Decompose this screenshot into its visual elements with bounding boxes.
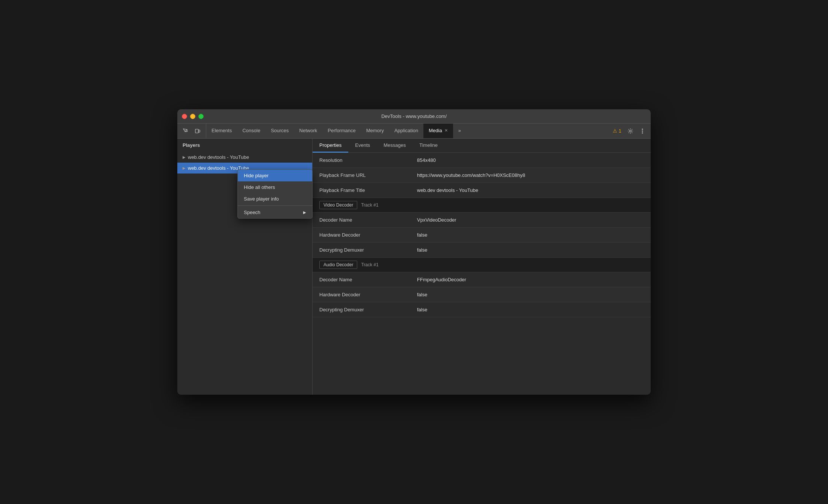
svg-point-5 xyxy=(642,132,643,133)
player-arrow-2: ▶ xyxy=(183,166,186,170)
panel-tab-events[interactable]: Events xyxy=(348,139,377,152)
warning-badge[interactable]: ⚠ 1 xyxy=(610,128,624,134)
warning-icon: ⚠ xyxy=(613,128,617,134)
prop-value-playback-url: https://www.youtube.com/watch?v=H0XScE08… xyxy=(417,172,644,178)
tab-media[interactable]: Media ✕ xyxy=(423,124,453,138)
prop-row-playback-url: Playback Frame URL https://www.youtube.c… xyxy=(313,168,651,183)
prop-key-audio-decoder-name: Decoder Name xyxy=(319,277,417,282)
prop-value-audio-decoder-name: FFmpegAudioDecoder xyxy=(417,277,644,282)
prop-value-playback-title: web.dev devtools - YouTube xyxy=(417,187,644,193)
tab-application[interactable]: Application xyxy=(389,124,424,138)
prop-value-audio-hardware: false xyxy=(417,292,644,297)
video-decoder-label: Video Decoder xyxy=(319,201,357,209)
title-bar: DevTools - www.youtube.com/ xyxy=(177,109,651,124)
svg-rect-0 xyxy=(195,129,198,133)
prop-key-video-hardware: Hardware Decoder xyxy=(319,232,417,238)
device-icon[interactable] xyxy=(192,126,203,136)
warning-count: 1 xyxy=(619,128,621,134)
more-options-icon[interactable] xyxy=(637,126,648,136)
prop-key-video-demuxer: Decrypting Demuxer xyxy=(319,247,417,253)
prop-value-video-hardware: false xyxy=(417,232,644,238)
svg-point-4 xyxy=(642,130,643,131)
sidebar-header: Players xyxy=(177,139,312,152)
prop-row-resolution: Resolution 854x480 xyxy=(313,153,651,168)
tab-network[interactable]: Network xyxy=(294,124,323,138)
tab-elements[interactable]: Elements xyxy=(206,124,237,138)
minimize-button[interactable] xyxy=(190,114,195,119)
tab-media-close[interactable]: ✕ xyxy=(444,128,448,133)
toolbar-left-icons xyxy=(177,124,206,138)
traffic-lights xyxy=(182,114,204,119)
settings-icon[interactable] xyxy=(625,126,636,136)
audio-decoder-label: Audio Decoder xyxy=(319,261,357,269)
video-decoder-header: Video Decoder Track #1 xyxy=(313,198,651,213)
toolbar: Elements Console Sources Network Perform… xyxy=(177,124,651,139)
audio-decoder-track: Track #1 xyxy=(361,262,378,267)
player-arrow-1: ▶ xyxy=(183,155,186,159)
sidebar: Players ▶ web.dev devtools - YouTube ▶ w… xyxy=(177,139,313,395)
prop-key-playback-title: Playback Frame Title xyxy=(319,187,417,193)
tab-console[interactable]: Console xyxy=(237,124,266,138)
prop-row-audio-demuxer: Decrypting Demuxer false xyxy=(313,302,651,317)
player-item-1[interactable]: ▶ web.dev devtools - YouTube xyxy=(177,152,312,163)
maximize-button[interactable] xyxy=(198,114,204,119)
context-menu-speech[interactable]: Speech ▶ xyxy=(238,207,312,218)
prop-row-audio-hardware: Hardware Decoder false xyxy=(313,287,651,302)
prop-row-audio-decoder-name: Decoder Name FFmpegAudioDecoder xyxy=(313,272,651,287)
prop-value-audio-demuxer: false xyxy=(417,307,644,312)
prop-key-audio-demuxer: Decrypting Demuxer xyxy=(319,307,417,312)
panel-tab-properties[interactable]: Properties xyxy=(313,139,348,152)
prop-value-video-demuxer: false xyxy=(417,247,644,253)
tab-more[interactable]: » xyxy=(453,124,466,138)
panel-tab-messages[interactable]: Messages xyxy=(377,139,412,152)
tab-performance[interactable]: Performance xyxy=(322,124,361,138)
submenu-arrow-icon: ▶ xyxy=(303,210,306,214)
context-menu: Hide player Hide all others Save player … xyxy=(237,169,313,219)
context-menu-save-player-info[interactable]: Save player info xyxy=(238,193,312,205)
window-title: DevTools - www.youtube.com/ xyxy=(381,113,447,119)
devtools-window: DevTools - www.youtube.com/ Elements Con… xyxy=(177,109,651,395)
prop-value-video-decoder-name: VpxVideoDecoder xyxy=(417,217,644,223)
video-decoder-track: Track #1 xyxy=(361,202,378,208)
audio-decoder-header: Audio Decoder Track #1 xyxy=(313,258,651,272)
tab-sources[interactable]: Sources xyxy=(266,124,294,138)
context-menu-hide-player[interactable]: Hide player xyxy=(238,170,312,181)
prop-value-resolution: 854x480 xyxy=(417,157,644,163)
prop-key-playback-url: Playback Frame URL xyxy=(319,172,417,178)
prop-row-video-decoder-name: Decoder Name VpxVideoDecoder xyxy=(313,213,651,228)
toolbar-tabs: Elements Console Sources Network Perform… xyxy=(206,124,607,138)
prop-row-video-hardware: Hardware Decoder false xyxy=(313,228,651,243)
svg-rect-1 xyxy=(198,130,200,132)
panel-tabs: Properties Events Messages Timeline xyxy=(313,139,651,153)
prop-key-resolution: Resolution xyxy=(319,157,417,163)
inspect-icon[interactable] xyxy=(180,126,191,136)
prop-key-audio-hardware: Hardware Decoder xyxy=(319,292,417,297)
properties-table: Resolution 854x480 Playback Frame URL ht… xyxy=(313,153,651,395)
context-menu-divider xyxy=(238,205,312,206)
right-panel: Properties Events Messages Timeline Reso… xyxy=(313,139,651,395)
svg-point-2 xyxy=(630,130,632,132)
context-menu-hide-all-others[interactable]: Hide all others xyxy=(238,181,312,193)
toolbar-right: ⚠ 1 xyxy=(607,124,651,138)
svg-point-3 xyxy=(642,128,643,130)
prop-row-video-demuxer: Decrypting Demuxer false xyxy=(313,243,651,258)
main-content: Players ▶ web.dev devtools - YouTube ▶ w… xyxy=(177,139,651,395)
prop-row-playback-title: Playback Frame Title web.dev devtools - … xyxy=(313,183,651,198)
prop-key-video-decoder-name: Decoder Name xyxy=(319,217,417,223)
tab-memory[interactable]: Memory xyxy=(361,124,389,138)
panel-tab-timeline[interactable]: Timeline xyxy=(412,139,444,152)
close-button[interactable] xyxy=(182,114,187,119)
